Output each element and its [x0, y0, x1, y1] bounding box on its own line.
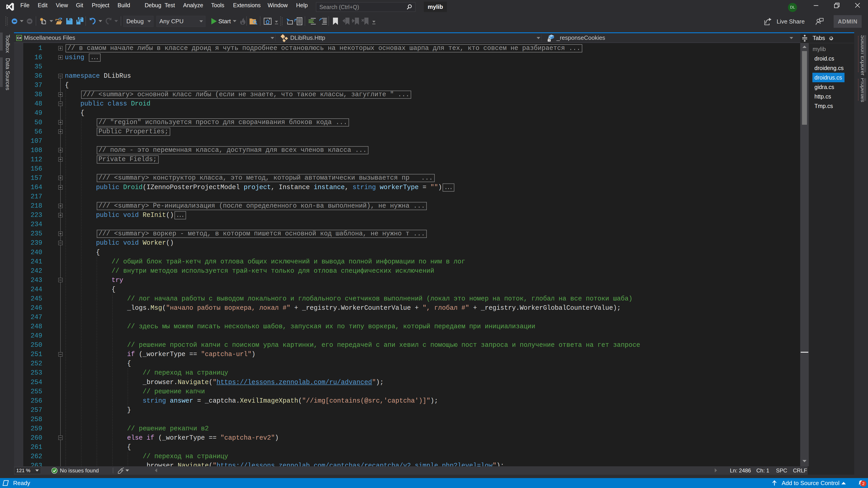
tab-file-droideng.cs[interactable]: droideng.cs	[809, 63, 854, 73]
start-caret[interactable]	[233, 20, 237, 22]
project-dropdown[interactable]: C# Miscellaneous Files	[16, 33, 75, 42]
fold-expand-icon[interactable]	[58, 46, 63, 51]
collapsed-region-box[interactable]: /// <summary> основной класс либы (если …	[81, 91, 411, 99]
add-to-source-control-label[interactable]: Add to Source Control	[782, 478, 839, 488]
start-debug-button[interactable]	[211, 18, 217, 25]
type-dropdown-part[interactable]: DLibRus.Http	[290, 34, 325, 41]
fold-expand-icon[interactable]	[58, 176, 63, 180]
admin-button[interactable]: ADMIN	[834, 15, 862, 28]
scroll-down-arrow[interactable]	[802, 460, 807, 462]
platform-combo-part[interactable]: Any CPU	[159, 18, 199, 25]
toolbar-overflow-2[interactable]	[371, 20, 376, 25]
redo-button[interactable]	[105, 17, 112, 25]
fold-expand-icon[interactable]	[58, 157, 63, 162]
peek-definition-button[interactable]	[294, 17, 303, 25]
bookmark-prev-button[interactable]	[342, 18, 350, 25]
navigate-home-button[interactable]	[264, 18, 272, 25]
tabs-pin-button[interactable]	[800, 33, 809, 43]
spaces-indicator[interactable]: SPC	[776, 466, 787, 475]
collapsed-region-box[interactable]: // поле - это переменная класса, доступн…	[97, 146, 369, 154]
collapsed-region-box[interactable]: /// <summary> воркер - метод, в котором …	[97, 230, 427, 238]
tab-file-http.cs-part[interactable]: http.cs	[814, 93, 831, 100]
debug-target-combo-part[interactable]: Debug	[126, 18, 147, 25]
tab-file-droid.cs[interactable]: droid.cs	[809, 54, 854, 63]
scroll-up-arrow[interactable]	[802, 46, 807, 48]
bookmark-toggle-button[interactable]	[333, 18, 338, 25]
collapsed-region-dots[interactable]: ...	[175, 211, 186, 219]
goto-matching-button[interactable]	[285, 18, 293, 25]
platform-combo-part[interactable]	[199, 20, 203, 22]
save-all-button[interactable]	[76, 17, 84, 25]
notification-count-badge-part[interactable]: 2	[862, 481, 865, 486]
fold-collapse-icon[interactable]	[58, 102, 63, 106]
fold-expand-icon[interactable]	[58, 120, 63, 125]
fold-expand-icon[interactable]	[58, 232, 63, 236]
code-editor[interactable]: 1// в самом начале либы в классе дроид я…	[14, 43, 800, 466]
fold-expand-icon[interactable]	[58, 185, 63, 190]
admin-button-part[interactable]: ADMIN	[838, 18, 858, 25]
tab-file-Tmp.cs[interactable]: Tmp.cs	[809, 101, 854, 111]
fold-expand-icon[interactable]	[58, 129, 63, 134]
background-tasks-icon[interactable]	[2, 480, 9, 486]
open-folder-button[interactable]	[55, 18, 64, 25]
column-indicator[interactable]: Ch: 1	[756, 466, 769, 475]
comment-lines-button[interactable]	[308, 18, 316, 25]
tab-file-gidra.cs[interactable]: gidra.cs	[809, 82, 854, 92]
toolbar-overflow-1[interactable]	[274, 20, 279, 25]
debug-target-combo-part[interactable]	[147, 20, 151, 22]
fold-expand-icon[interactable]	[58, 204, 63, 208]
vertical-scroll-thumb[interactable]	[802, 51, 807, 125]
collapsed-region-dots[interactable]: ...	[89, 54, 101, 62]
undo-caret[interactable]	[98, 20, 102, 22]
tab-file-droid.cs-part[interactable]: droid.cs	[814, 55, 834, 62]
collapsed-region-box[interactable]: /// <summary> Ре-инициализация (после оп…	[97, 202, 427, 210]
fold-collapse-icon[interactable]	[58, 352, 63, 357]
fold-expand-icon[interactable]	[58, 148, 63, 152]
vertical-scrollbar[interactable]	[800, 43, 809, 466]
fold-expand-icon[interactable]	[58, 92, 63, 97]
line-ending-indicator[interactable]: CRLF	[793, 466, 807, 475]
fold-collapse-icon[interactable]	[58, 241, 63, 245]
line-indicator[interactable]: Ln: 2486	[730, 466, 751, 475]
navigate-back-caret[interactable]	[20, 20, 24, 22]
debug-target-combo[interactable]: Debug	[123, 16, 153, 27]
tab-file-http.cs[interactable]: http.cs	[809, 92, 854, 101]
collapsed-region-dots[interactable]: ...	[442, 184, 454, 192]
tab-file-Tmp.cs-part[interactable]: Tmp.cs	[814, 103, 833, 109]
navigate-forward-button[interactable]	[27, 18, 33, 24]
live-share-label[interactable]: Live Share	[777, 18, 805, 25]
tab-file-gidra.cs-part[interactable]: gidra.cs	[814, 84, 834, 90]
type-dropdown[interactable]: DLibRus.Http	[280, 33, 325, 42]
fold-expand-icon[interactable]	[58, 55, 63, 60]
collapsed-region-box[interactable]: Private Fields;	[97, 156, 159, 164]
fold-collapse-icon[interactable]	[58, 278, 63, 282]
fold-collapse-icon[interactable]	[58, 74, 63, 78]
new-file-caret[interactable]	[50, 20, 53, 22]
collapsed-region-box[interactable]: /// <summary> конструктор класса, это ме…	[97, 174, 435, 182]
uncomment-lines-button[interactable]	[319, 18, 327, 25]
tab-file-droidrus.cs-part[interactable]: droidrus.cs	[814, 74, 842, 81]
find-in-files-button[interactable]	[249, 18, 258, 25]
source-control-up-caret[interactable]	[841, 482, 846, 484]
save-button[interactable]	[66, 18, 73, 25]
navigate-back-button[interactable]	[11, 18, 18, 24]
new-file-button[interactable]	[40, 18, 47, 25]
live-share-icon[interactable]	[764, 18, 772, 25]
member-dropdown[interactable]: _responseCookies	[547, 33, 605, 42]
collapsed-region-box[interactable]: Public Properties;	[97, 128, 170, 136]
tabs-settings-gear-icon[interactable]	[828, 35, 834, 41]
redo-caret[interactable]	[114, 20, 118, 22]
fold-expand-icon[interactable]	[58, 213, 63, 217]
fold-collapse-icon[interactable]	[58, 435, 63, 440]
collapsed-region-box[interactable]: // в самом начале либы в классе дроид я …	[66, 44, 582, 53]
platform-combo[interactable]: Any CPU	[156, 16, 206, 27]
collapsed-region-box[interactable]: // "region" используется просто для свор…	[97, 119, 349, 127]
project-dropdown-part[interactable]: Miscellaneous Files	[24, 34, 75, 41]
tab-file-droidrus.cs[interactable]: droidrus.cs	[812, 73, 844, 82]
feedback-icon[interactable]	[815, 18, 824, 25]
start-label[interactable]: Start	[218, 18, 231, 25]
bookmark-clear-button[interactable]	[361, 18, 369, 25]
bookmark-next-button[interactable]	[352, 18, 360, 25]
member-dropdown-part[interactable]: _responseCookies	[557, 34, 605, 41]
notification-count-badge[interactable]: 2	[860, 481, 866, 487]
